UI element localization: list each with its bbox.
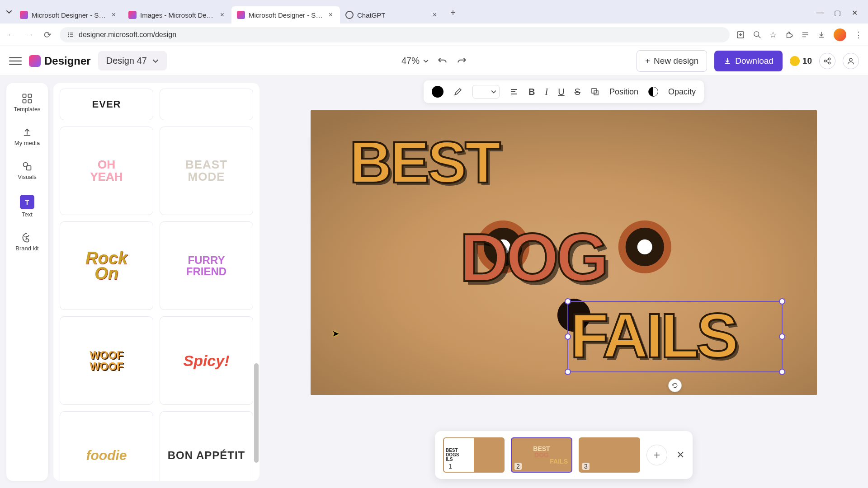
chevron-down-icon bbox=[491, 89, 496, 94]
svg-point-26 bbox=[24, 236, 25, 237]
new-tab-button[interactable]: + bbox=[446, 5, 460, 20]
rail-visuals[interactable]: Visuals bbox=[11, 158, 43, 183]
zoom-dropdown[interactable]: 47% bbox=[401, 56, 429, 66]
svg-point-27 bbox=[25, 239, 26, 239]
tab-close-icon[interactable]: × bbox=[110, 11, 118, 19]
share-icon[interactable] bbox=[819, 53, 835, 69]
tab-close-icon[interactable]: × bbox=[327, 11, 335, 19]
bookmark-icon[interactable]: ☆ bbox=[769, 30, 777, 40]
design-canvas[interactable]: BEST DOG FAILS bbox=[311, 110, 817, 395]
text-color-swatch[interactable] bbox=[432, 86, 443, 98]
canvas-text-dog[interactable]: DOG bbox=[460, 219, 606, 297]
url-input[interactable]: designer.microsoft.com/design bbox=[60, 27, 730, 42]
text-style-card[interactable]: WOOF WOOF bbox=[60, 316, 153, 405]
page-thumbnail-active[interactable]: BESTDOGFAILS 2 bbox=[511, 437, 572, 473]
profile-avatar[interactable] bbox=[834, 28, 846, 41]
opacity-icon[interactable] bbox=[648, 87, 658, 97]
maximize-icon[interactable]: ▢ bbox=[833, 9, 842, 17]
rail-text[interactable]: T Text bbox=[11, 192, 43, 221]
text-style-card[interactable]: foodie bbox=[60, 411, 153, 481]
text-style-card[interactable]: Rock On bbox=[60, 221, 153, 310]
opacity-button[interactable]: Opacity bbox=[668, 87, 696, 97]
browser-address-bar: ← → ⟳ designer.microsoft.com/design ☆ ⋮ bbox=[0, 23, 868, 46]
text-style-card[interactable]: BON APPÉTIT bbox=[160, 411, 253, 481]
tab-search-dropdown[interactable] bbox=[4, 6, 14, 17]
position-button[interactable]: Position bbox=[609, 87, 638, 97]
add-page-button[interactable]: + bbox=[646, 445, 667, 465]
strikethrough-button[interactable]: S bbox=[575, 87, 580, 97]
text-style-card[interactable]: OH YEAH bbox=[60, 127, 153, 215]
zoom-icon[interactable] bbox=[753, 31, 761, 39]
browser-tab[interactable]: Images - Microsoft Designer × bbox=[123, 6, 231, 23]
reading-list-icon[interactable] bbox=[801, 31, 809, 39]
document-name-dropdown[interactable]: Design 47 bbox=[98, 51, 167, 70]
svg-point-12 bbox=[824, 60, 826, 62]
italic-button[interactable]: I bbox=[545, 87, 548, 97]
resize-handle[interactable] bbox=[565, 369, 571, 375]
canvas-text-best[interactable]: BEST bbox=[349, 128, 499, 196]
site-info-icon[interactable] bbox=[67, 31, 74, 38]
browser-tab-active[interactable]: Microsoft Designer - Stunning × bbox=[231, 6, 340, 23]
browser-menu-icon[interactable]: ⋮ bbox=[854, 30, 863, 40]
page-number: 2 bbox=[514, 463, 522, 470]
rail-templates[interactable]: Templates bbox=[11, 90, 43, 115]
text-style-card[interactable]: EVER bbox=[60, 89, 153, 120]
page-thumbnail[interactable]: 3 bbox=[579, 437, 640, 473]
close-pages-strip-icon[interactable]: ✕ bbox=[676, 449, 684, 461]
new-design-button[interactable]: + New design bbox=[637, 50, 707, 72]
panel-scrollbar[interactable] bbox=[254, 363, 259, 463]
extensions-icon[interactable] bbox=[785, 31, 793, 39]
close-window-icon[interactable]: ✕ bbox=[850, 9, 859, 17]
back-icon[interactable]: ← bbox=[5, 29, 17, 41]
rail-my-media[interactable]: My media bbox=[11, 124, 43, 149]
text-style-card[interactable] bbox=[160, 89, 253, 120]
font-select[interactable] bbox=[472, 85, 500, 99]
text-style-card[interactable]: BEAST MODE bbox=[160, 127, 253, 215]
download-icon bbox=[723, 57, 731, 65]
position-icon[interactable] bbox=[590, 87, 599, 96]
tab-close-icon[interactable]: × bbox=[218, 11, 226, 19]
account-icon[interactable] bbox=[843, 53, 859, 69]
rotate-handle[interactable] bbox=[668, 379, 682, 392]
download-button[interactable]: Download bbox=[714, 51, 783, 71]
undo-icon[interactable] bbox=[438, 56, 448, 66]
bold-button[interactable]: B bbox=[528, 87, 535, 97]
menu-hamburger-icon[interactable] bbox=[9, 57, 22, 65]
canvas-area: B I U S Position Opacity BEST DOG FAILS bbox=[259, 76, 868, 488]
downloads-icon[interactable] bbox=[817, 31, 826, 39]
text-style-card[interactable]: FURRY FRIEND bbox=[160, 221, 253, 310]
install-app-icon[interactable] bbox=[736, 30, 745, 39]
canvas-text-fails[interactable]: FAILS bbox=[568, 302, 782, 370]
underline-button[interactable]: U bbox=[558, 87, 564, 97]
designer-logo[interactable]: Designer bbox=[29, 55, 91, 67]
tab-close-icon[interactable]: × bbox=[431, 11, 439, 19]
credits-badge[interactable]: 10 bbox=[790, 56, 812, 66]
download-label: Download bbox=[735, 56, 774, 66]
style-preview: FURRY FRIEND bbox=[186, 254, 226, 277]
page-thumbnail[interactable]: BEST DOGS ILS 1 bbox=[443, 437, 505, 473]
browser-tab[interactable]: Microsoft Designer - Stunning × bbox=[14, 6, 123, 23]
resize-handle[interactable] bbox=[779, 369, 785, 375]
reload-icon[interactable]: ⟳ bbox=[42, 29, 53, 41]
page-number: 3 bbox=[582, 463, 590, 470]
edit-pencil-icon[interactable] bbox=[453, 87, 462, 96]
resize-handle[interactable] bbox=[779, 333, 785, 340]
align-icon[interactable] bbox=[509, 87, 519, 96]
window-controls: — ▢ ✕ bbox=[816, 9, 864, 17]
tab-title: Images - Microsoft Designer bbox=[140, 11, 215, 19]
rail-label: Visuals bbox=[18, 174, 37, 180]
app-header: Designer Design 47 47% + New design Down… bbox=[0, 46, 868, 76]
thumb-text: ILS bbox=[446, 457, 472, 462]
resize-handle[interactable] bbox=[779, 298, 785, 305]
text-style-grid: EVER OH YEAH BEAST MODE Rock On FURRY FR… bbox=[60, 89, 253, 481]
resize-handle[interactable] bbox=[565, 333, 571, 340]
rail-brand-kit[interactable]: Brand kit bbox=[11, 230, 43, 254]
redo-icon[interactable] bbox=[457, 56, 467, 66]
forward-icon[interactable]: → bbox=[24, 29, 35, 41]
minimize-icon[interactable]: — bbox=[816, 9, 825, 17]
browser-tab[interactable]: ChatGPT × bbox=[340, 6, 444, 23]
selected-text-element[interactable]: FAILS bbox=[567, 301, 783, 372]
resize-handle[interactable] bbox=[565, 298, 571, 305]
browser-tab-strip: Microsoft Designer - Stunning × Images -… bbox=[0, 0, 868, 23]
text-style-card[interactable]: Spicy! bbox=[160, 316, 253, 405]
